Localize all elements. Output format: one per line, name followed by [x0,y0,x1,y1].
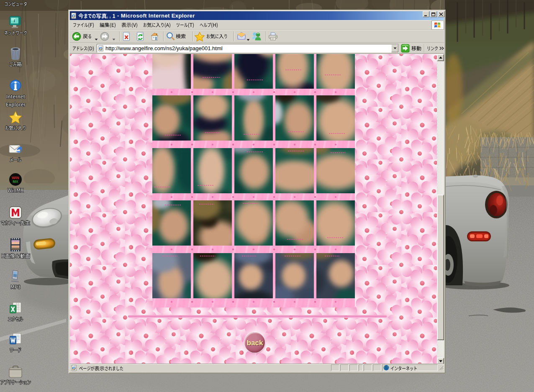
svg-text:MX: MX [13,179,18,184]
svg-text:WIN: WIN [12,176,19,180]
svg-text:i: i [14,18,15,23]
svg-text:back: back [246,338,263,346]
